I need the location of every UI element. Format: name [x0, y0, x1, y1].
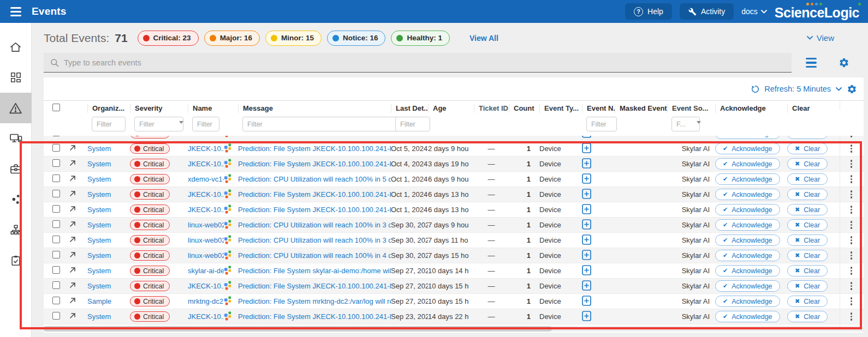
- table-row[interactable]: System Critical linux-web02 Prediction: …: [44, 232, 864, 248]
- col-header-message[interactable]: Message: [243, 104, 273, 112]
- row-checkbox[interactable]: [52, 266, 60, 274]
- table-row[interactable]: System Critical JKECK-10.1 Prediction: F…: [44, 141, 864, 156]
- row-checkbox[interactable]: [52, 236, 60, 243]
- row-menu-icon[interactable]: [848, 310, 854, 322]
- grid-settings-icon[interactable]: [806, 58, 817, 68]
- add-note-icon[interactable]: [582, 143, 591, 153]
- table-settings-gear-icon[interactable]: [847, 84, 857, 94]
- device-name-link[interactable]: JKECK-10.1: [188, 160, 224, 168]
- severity-filter-badge-healthy[interactable]: Healthy: 1: [391, 31, 450, 46]
- open-event-arrow-icon[interactable]: [69, 220, 76, 228]
- row-checkbox[interactable]: [52, 251, 60, 258]
- add-note-icon[interactable]: [582, 296, 591, 306]
- add-note-icon[interactable]: [582, 204, 591, 214]
- col-header-event-note[interactable]: Event N...: [587, 104, 615, 112]
- table-row[interactable]: Sample Critical mrktng-dc2 Prediction: F…: [44, 293, 864, 309]
- add-note-icon[interactable]: [582, 158, 591, 168]
- row-menu-icon[interactable]: [848, 219, 854, 231]
- acknowledge-button[interactable]: ✔Acknowledge: [715, 143, 780, 154]
- clear-button[interactable]: ✖Clear: [787, 280, 828, 292]
- clear-button[interactable]: ✖Clear: [787, 311, 828, 322]
- col-header-severity[interactable]: Severity: [135, 104, 163, 112]
- organization-link[interactable]: System: [87, 160, 111, 168]
- event-message-link[interactable]: Prediction: File System JKECK-10.100.100…: [238, 282, 391, 290]
- severity-filter-badge-notice[interactable]: Notice: 16: [327, 31, 386, 46]
- table-row[interactable]: System Critical JKECK-10.1 Prediction: F…: [44, 156, 864, 171]
- clear-button[interactable]: ✖Clear: [787, 219, 828, 231]
- filter-severity[interactable]: [134, 117, 183, 131]
- row-checkbox[interactable]: [52, 312, 60, 320]
- clear-button[interactable]: ✖Clear: [787, 158, 828, 170]
- clear-button[interactable]: ✖Clear: [787, 189, 828, 200]
- table-row[interactable]: System Critical linux-web02 Prediction: …: [44, 217, 864, 232]
- acknowledge-button[interactable]: ✔Acknowledge: [715, 158, 780, 170]
- clear-button[interactable]: ✖Clear: [787, 234, 828, 246]
- acknowledge-button[interactable]: ✔Acknowledge: [715, 250, 780, 261]
- chevron-down-icon[interactable]: [836, 87, 842, 91]
- clear-button[interactable]: ✖Clear: [787, 173, 828, 185]
- device-name-link[interactable]: skylar-ai-der: [188, 267, 224, 275]
- device-name-link[interactable]: linux-web02: [188, 251, 224, 260]
- add-note-icon[interactable]: [582, 250, 591, 260]
- organization-link[interactable]: System: [87, 282, 111, 290]
- event-message-link[interactable]: Prediction: File System JKECK-10.100.100…: [238, 145, 391, 153]
- table-row[interactable]: System Critical linux-web02 Prediction: …: [44, 248, 864, 263]
- device-name-link[interactable]: linux-web02: [188, 221, 224, 229]
- clear-button[interactable]: ✖Clear: [787, 143, 828, 154]
- open-event-arrow-icon[interactable]: [69, 190, 76, 197]
- filter-event-source[interactable]: [671, 117, 700, 131]
- device-name-link[interactable]: JKECK-10.1: [188, 190, 224, 198]
- severity-filter-badge-critical[interactable]: Critical: 23: [138, 31, 199, 46]
- table-row[interactable]: System Critical JKECK-10.1 Prediction: F…: [44, 202, 864, 217]
- device-name-link[interactable]: JKECK-10.1: [188, 282, 224, 290]
- acknowledge-button[interactable]: ✔Acknowledge: [715, 189, 780, 200]
- select-all-checkbox[interactable]: [52, 104, 60, 111]
- row-menu-icon[interactable]: [848, 142, 854, 154]
- severity-filter-badge-major[interactable]: Major: 16: [204, 31, 260, 46]
- open-event-arrow-icon[interactable]: [69, 136, 76, 136]
- open-event-arrow-icon[interactable]: [69, 297, 76, 304]
- col-header-last-detected[interactable]: Last Det...: [396, 104, 428, 112]
- col-header-name[interactable]: Name: [193, 104, 212, 112]
- filter-organization[interactable]: [92, 117, 126, 131]
- scrollbar-thumb[interactable]: [44, 326, 552, 332]
- col-header-clear[interactable]: Clear: [792, 104, 810, 112]
- open-event-arrow-icon[interactable]: [69, 174, 76, 182]
- add-note-icon[interactable]: [582, 219, 591, 230]
- sidebar-item-dashboards[interactable]: [0, 62, 32, 93]
- acknowledge-button[interactable]: ✔Acknowledge: [715, 136, 780, 139]
- sidebar-item-maps[interactable]: [0, 215, 32, 245]
- add-note-icon[interactable]: [582, 189, 591, 199]
- filter-last-detected[interactable]: [395, 117, 430, 131]
- device-name-link[interactable]: JKECK-10.1: [188, 312, 224, 321]
- row-checkbox[interactable]: [52, 220, 60, 228]
- device-name-link[interactable]: xdemo-vc1-c: [188, 175, 224, 183]
- user-menu[interactable]: docs: [741, 7, 767, 16]
- event-message-link[interactable]: Prediction: File System skylar-ai-demo:/…: [238, 267, 391, 275]
- row-menu-icon[interactable]: [848, 188, 854, 200]
- sidebar-item-checklists[interactable]: [0, 245, 32, 276]
- open-event-arrow-icon[interactable]: [69, 236, 76, 243]
- organization-link[interactable]: System: [87, 190, 111, 198]
- row-checkbox[interactable]: [52, 159, 60, 167]
- organization-link[interactable]: System: [87, 145, 111, 153]
- device-name-link[interactable]: mrktng-dc2: [188, 297, 223, 305]
- organization-link[interactable]: System: [87, 221, 111, 229]
- clear-button[interactable]: ✖Clear: [787, 136, 828, 139]
- acknowledge-button[interactable]: ✔Acknowledge: [715, 265, 780, 276]
- view-all-link[interactable]: View All: [469, 34, 498, 43]
- filter-name[interactable]: [192, 117, 219, 131]
- clear-button[interactable]: ✖Clear: [787, 265, 828, 276]
- clear-button[interactable]: ✖Clear: [787, 250, 828, 261]
- col-header-masked-events[interactable]: Masked Events: [620, 104, 667, 112]
- acknowledge-button[interactable]: ✔Acknowledge: [715, 311, 780, 322]
- event-message-link[interactable]: Prediction: CPU Utilization will reach 1…: [238, 236, 391, 244]
- row-checkbox[interactable]: [52, 136, 60, 136]
- row-checkbox[interactable]: [52, 144, 60, 152]
- row-menu-icon[interactable]: [848, 295, 854, 307]
- add-note-icon[interactable]: [582, 311, 591, 321]
- organization-link[interactable]: System: [87, 251, 111, 260]
- organization-link[interactable]: System: [87, 267, 111, 275]
- row-menu-icon[interactable]: [848, 158, 854, 170]
- severity-filter-badge-minor[interactable]: Minor: 15: [265, 31, 322, 46]
